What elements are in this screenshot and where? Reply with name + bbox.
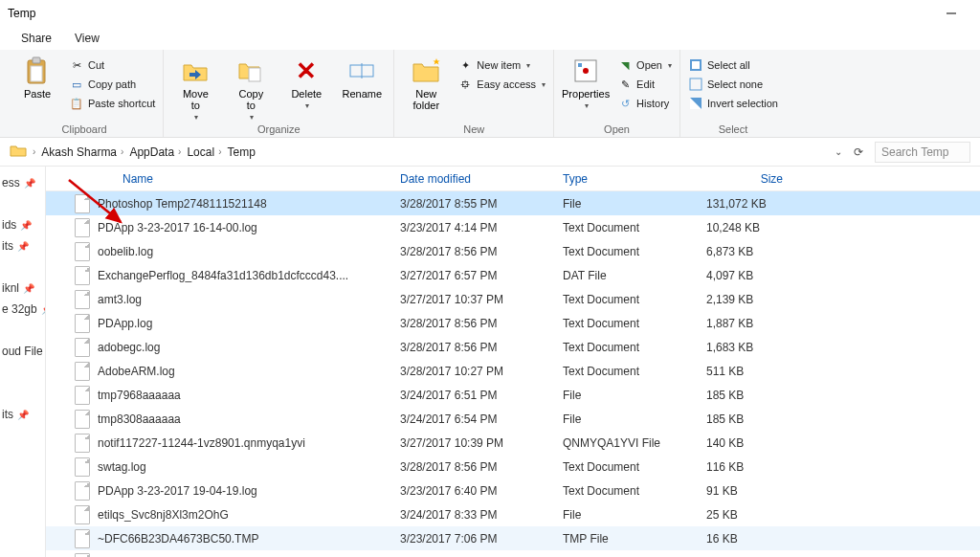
ribbon: Paste ✂ Cut ▭ Copy path 📋 Paste shortcut… bbox=[0, 50, 980, 138]
file-icon bbox=[75, 481, 90, 501]
file-row[interactable]: ExchangePerflog_8484fa31d136db1dcfcccd43… bbox=[46, 263, 980, 287]
sidebar-item[interactable] bbox=[0, 256, 45, 278]
select-none-button[interactable]: Select none bbox=[688, 77, 778, 92]
sidebar-item[interactable]: iknl📌 bbox=[0, 278, 45, 299]
group-clipboard-label: Clipboard bbox=[13, 122, 155, 137]
pin-icon: 📌 bbox=[24, 178, 35, 189]
group-clipboard: Paste ✂ Cut ▭ Copy path 📋 Paste shortcut… bbox=[6, 50, 164, 137]
history-button[interactable]: ↺ History bbox=[617, 96, 672, 111]
svg-point-8 bbox=[583, 68, 589, 74]
file-row[interactable]: etilqs_Svc8nj8Xl3m2OhG3/24/2017 8:33 PMF… bbox=[46, 502, 980, 526]
file-icon bbox=[75, 505, 90, 524]
search-input[interactable]: Search Temp bbox=[875, 142, 970, 163]
move-to-label: Move to bbox=[183, 88, 209, 111]
file-date: 3/24/2017 8:33 PM bbox=[400, 508, 563, 522]
chevron-down-icon: ▾ bbox=[668, 61, 672, 70]
file-size: 185 KB bbox=[706, 389, 802, 402]
file-date: 3/28/2017 8:55 PM bbox=[400, 197, 563, 211]
invert-selection-button[interactable]: Invert selection bbox=[688, 96, 778, 111]
file-row[interactable]: PDApp 3-23-2017 16-14-00.log3/23/2017 4:… bbox=[46, 215, 980, 239]
breadcrumb-segment[interactable]: Akash Sharma› bbox=[41, 145, 123, 159]
easy-access-icon: ⯐ bbox=[457, 77, 473, 92]
sidebar-item[interactable] bbox=[0, 383, 45, 404]
svg-rect-11 bbox=[692, 61, 700, 69]
titlebar: Temp bbox=[0, 0, 980, 27]
chevron-right-icon[interactable]: › bbox=[33, 146, 35, 157]
edit-button[interactable]: ✎ Edit bbox=[617, 77, 672, 92]
file-date: 3/27/2017 6:57 PM bbox=[400, 269, 563, 282]
col-size[interactable]: Size bbox=[706, 167, 802, 190]
file-row[interactable]: swtag.log3/28/2017 8:56 PMText Document1… bbox=[46, 455, 980, 479]
file-type: Text Document bbox=[563, 365, 706, 378]
file-row[interactable]: oobelib.log3/28/2017 8:56 PMText Documen… bbox=[46, 239, 980, 263]
breadcrumb-segment[interactable]: Temp bbox=[227, 145, 255, 159]
properties-button[interactable]: Properties ▾ bbox=[562, 52, 610, 122]
sidebar-item[interactable] bbox=[0, 362, 45, 383]
address-bar[interactable]: › Akash Sharma› AppData› Local› Temp ⌄ ⟳… bbox=[0, 138, 980, 167]
sidebar-item[interactable]: ess📌 bbox=[0, 172, 45, 193]
file-icon bbox=[75, 553, 90, 558]
select-all-button[interactable]: Select all bbox=[688, 57, 778, 73]
col-type[interactable]: Type bbox=[563, 167, 706, 190]
file-row[interactable]: amt3.log3/27/2017 10:37 PMText Document2… bbox=[46, 287, 980, 311]
file-date: 3/28/2017 8:56 PM bbox=[400, 341, 563, 354]
refresh-button[interactable]: ⟳ bbox=[848, 142, 869, 163]
group-new: New folder ✦ New item ▾ ⯐ Easy access ▾ … bbox=[394, 50, 554, 137]
file-name: adobegc.log bbox=[98, 341, 160, 354]
col-date[interactable]: Date modified bbox=[400, 167, 563, 190]
sidebar-item[interactable] bbox=[0, 320, 45, 341]
file-name: ExchangePerflog_8484fa31d136db1dcfcccd43… bbox=[98, 269, 348, 282]
file-row[interactable]: AdobeARM.log3/28/2017 10:27 PMText Docum… bbox=[46, 359, 980, 383]
breadcrumb-segment[interactable]: AppData› bbox=[129, 145, 181, 159]
file-date: 3/27/2017 10:39 PM bbox=[400, 436, 563, 450]
address-dropdown-icon[interactable]: ⌄ bbox=[835, 146, 842, 157]
file-row[interactable]: tmp8308aaaaaa3/24/2017 6:54 PMFile185 KB bbox=[46, 407, 980, 431]
sidebar-item[interactable] bbox=[0, 193, 45, 214]
new-item-icon: ✦ bbox=[457, 57, 473, 73]
pin-icon: 📌 bbox=[23, 283, 34, 294]
breadcrumb-segment[interactable]: Local› bbox=[187, 145, 221, 159]
file-row[interactable]: PDApp 3-23-2017 19-04-19.log3/23/2017 6:… bbox=[46, 479, 980, 502]
tab-share[interactable]: Share bbox=[21, 32, 52, 45]
file-date: 3/24/2017 6:51 PM bbox=[400, 389, 563, 402]
cut-button[interactable]: ✂ Cut bbox=[69, 57, 155, 73]
file-date: 3/23/2017 7:06 PM bbox=[400, 532, 563, 546]
easy-access-button[interactable]: ⯐ Easy access ▾ bbox=[457, 77, 546, 92]
minimize-button[interactable] bbox=[929, 0, 972, 27]
sidebar-item[interactable]: e 32gb📌 bbox=[0, 299, 45, 320]
col-name[interactable]: Name bbox=[75, 167, 400, 190]
new-folder-button[interactable]: New folder bbox=[402, 52, 450, 122]
file-row[interactable]: ~DFC66B23DA4673BC50.TMP3/23/2017 7:06 PM… bbox=[46, 526, 980, 550]
group-new-label: New bbox=[402, 122, 546, 137]
rename-icon bbox=[346, 56, 377, 86]
file-size: 25 KB bbox=[706, 508, 802, 522]
file-type: Text Document bbox=[563, 341, 706, 354]
file-row[interactable]: etilqs_vxrand0tCfeOPbD3/27/2017 10:37 PM… bbox=[46, 550, 980, 557]
tab-view[interactable]: View bbox=[75, 32, 100, 45]
file-row[interactable]: notif117227-11244-1vz8901.qnmyqa1yvi3/27… bbox=[46, 431, 980, 455]
file-date: 3/23/2017 6:40 PM bbox=[400, 484, 563, 498]
open-button[interactable]: ◥ Open ▾ bbox=[617, 57, 672, 73]
nav-pane[interactable]: ess📌ids📌its📌iknl📌e 32gb📌oud File📌its📌 bbox=[0, 167, 46, 557]
select-none-icon bbox=[688, 77, 703, 92]
column-headers[interactable]: Name Date modified Type Size bbox=[46, 167, 980, 191]
file-size: 1,887 KB bbox=[706, 317, 802, 330]
delete-button[interactable]: ✕ Delete ▾ bbox=[282, 52, 330, 122]
file-row[interactable]: Photoshop Temp27481115211483/28/2017 8:5… bbox=[46, 191, 980, 215]
file-icon bbox=[75, 290, 90, 309]
rename-button[interactable]: Rename bbox=[338, 52, 386, 122]
paste-button[interactable]: Paste bbox=[13, 52, 61, 122]
file-name: Photoshop Temp2748111521148 bbox=[98, 197, 267, 211]
new-item-button[interactable]: ✦ New item ▾ bbox=[457, 57, 546, 73]
sidebar-item[interactable]: ids📌 bbox=[0, 214, 45, 235]
sidebar-item[interactable]: its📌 bbox=[0, 404, 45, 425]
file-row[interactable]: tmp7968aaaaaa3/24/2017 6:51 PMFile185 KB bbox=[46, 383, 980, 407]
file-row[interactable]: adobegc.log3/28/2017 8:56 PMText Documen… bbox=[46, 335, 980, 359]
file-row[interactable]: PDApp.log3/28/2017 8:56 PMText Document1… bbox=[46, 311, 980, 335]
copy-path-button[interactable]: ▭ Copy path bbox=[69, 77, 155, 92]
paste-shortcut-button[interactable]: 📋 Paste shortcut bbox=[69, 96, 155, 111]
move-to-button[interactable]: Move to ▾ bbox=[171, 52, 219, 122]
sidebar-item[interactable]: its📌 bbox=[0, 235, 45, 256]
copy-to-button[interactable]: Copy to ▾ bbox=[227, 52, 275, 122]
sidebar-item[interactable]: oud File📌 bbox=[0, 341, 45, 362]
